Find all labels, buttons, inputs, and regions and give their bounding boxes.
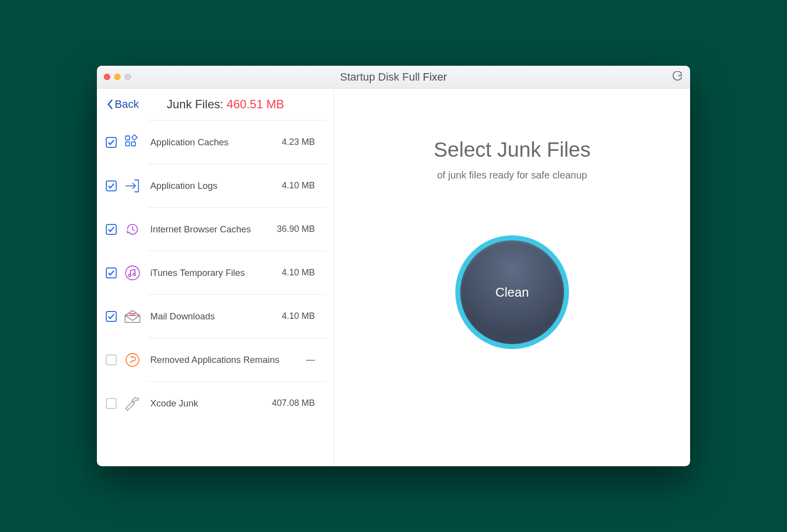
clean-button-label: Clean <box>495 285 529 300</box>
history-clock-icon <box>124 221 141 238</box>
category-list: Application Caches 4.23 MB Applic <box>97 120 334 466</box>
check-icon <box>108 226 115 232</box>
minimize-window-button[interactable] <box>114 74 121 80</box>
check-icon <box>108 270 115 276</box>
category-row-application-logs[interactable]: Application Logs 4.10 MB <box>148 164 326 207</box>
close-window-button[interactable] <box>104 74 110 80</box>
grid-apps-icon <box>124 133 141 151</box>
hammer-icon <box>124 395 141 412</box>
back-button[interactable]: Back <box>107 98 139 111</box>
refresh-icon <box>671 71 683 83</box>
zoom-window-button[interactable] <box>125 74 131 80</box>
check-icon <box>108 139 115 145</box>
svg-rect-1 <box>126 142 130 146</box>
category-name: Mail Downloads <box>148 311 282 322</box>
window-title: Startup Disk Full Fixer <box>97 71 690 84</box>
category-name: iTunes Temporary Files <box>148 267 282 278</box>
music-note-icon <box>124 264 141 282</box>
main-heading: Select Junk Files <box>434 138 590 162</box>
chevron-left-icon <box>107 99 114 110</box>
traffic-lights <box>104 74 131 80</box>
category-size: 4.10 MB <box>282 267 326 278</box>
sidebar-header: Back Junk Files: 460.51 MB <box>97 94 334 120</box>
back-label: Back <box>115 98 139 111</box>
svg-rect-3 <box>131 134 137 140</box>
checkbox[interactable] <box>106 137 117 148</box>
clean-button[interactable]: Clean <box>460 240 564 344</box>
window-title-light: Startup Disk Full <box>340 71 423 83</box>
checkbox[interactable] <box>106 398 117 409</box>
category-size: 4.10 MB <box>282 180 326 191</box>
svg-rect-2 <box>131 142 135 146</box>
category-size: 36.90 MB <box>277 224 326 234</box>
svg-point-7 <box>133 273 135 275</box>
category-row-browser-caches[interactable]: Internet Browser Caches 36.90 MB <box>148 207 326 251</box>
category-row-application-caches[interactable]: Application Caches 4.23 MB <box>148 120 326 164</box>
category-size: 4.10 MB <box>282 311 326 321</box>
junk-files-title: Junk Files: 460.51 MB <box>139 97 324 111</box>
mail-envelope-icon <box>124 308 141 325</box>
junk-title-prefix: Junk Files: <box>167 97 226 111</box>
category-name: Xcode Junk <box>148 398 272 409</box>
category-row-mail-downloads[interactable]: Mail Downloads 4.10 MB <box>148 294 326 338</box>
category-row-itunes-temp[interactable]: iTunes Temporary Files 4.10 MB <box>148 251 326 294</box>
category-size: 4.23 MB <box>282 137 326 147</box>
svg-point-6 <box>129 274 131 276</box>
checkbox[interactable] <box>106 224 117 235</box>
window-title-bold: Fixer <box>423 71 447 83</box>
category-size: — <box>306 355 326 365</box>
svg-point-5 <box>126 266 139 280</box>
category-row-xcode-junk[interactable]: Xcode Junk 407.08 MB <box>148 381 326 425</box>
sidebar: Back Junk Files: 460.51 MB <box>97 89 334 466</box>
main-panel: Select Junk Files of junk files ready fo… <box>334 89 690 466</box>
titlebar: Startup Disk Full Fixer <box>97 66 690 89</box>
main-subtitle: of junk files ready for safe cleanup <box>437 170 587 181</box>
clean-button-ring: Clean <box>455 235 569 349</box>
category-name: Application Caches <box>148 137 282 148</box>
checkbox[interactable] <box>106 180 117 191</box>
checkbox[interactable] <box>106 355 117 365</box>
removed-apps-icon <box>124 351 141 369</box>
check-icon <box>108 183 115 189</box>
window-body: Back Junk Files: 460.51 MB <box>97 89 690 466</box>
login-arrow-icon <box>124 177 141 195</box>
check-icon <box>108 313 115 319</box>
junk-total-size: 460.51 MB <box>227 97 284 111</box>
checkbox[interactable] <box>106 311 117 322</box>
category-name: Application Logs <box>148 180 282 191</box>
svg-point-11 <box>126 354 139 366</box>
checkbox[interactable] <box>106 267 117 278</box>
category-name: Removed Applications Remains <box>148 355 306 365</box>
refresh-button[interactable] <box>671 71 683 83</box>
category-name: Internet Browser Caches <box>148 224 277 235</box>
app-window: Startup Disk Full Fixer Back Junk Files:… <box>97 66 690 466</box>
svg-rect-0 <box>126 136 130 140</box>
category-row-removed-apps[interactable]: Removed Applications Remains — <box>148 338 326 381</box>
category-size: 407.08 MB <box>272 398 326 408</box>
